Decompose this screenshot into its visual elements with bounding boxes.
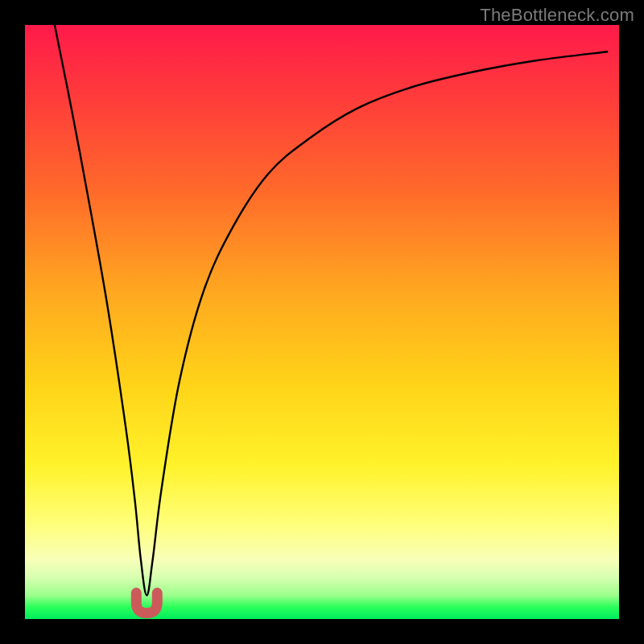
curve-layer (25, 25, 619, 619)
chart-frame: TheBottleneck.com (0, 0, 644, 644)
bottleneck-curve (55, 25, 607, 595)
plot-area (25, 25, 619, 619)
watermark-text: TheBottleneck.com (480, 5, 634, 26)
